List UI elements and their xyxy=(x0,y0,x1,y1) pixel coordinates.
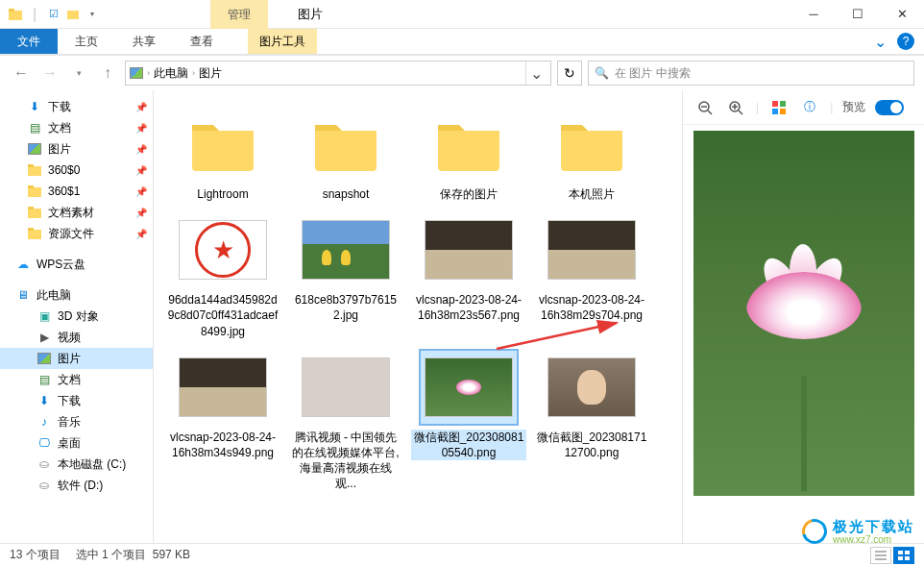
download-icon: ⬇ xyxy=(36,393,52,408)
preview-toggle[interactable] xyxy=(875,100,904,115)
sidebar-item-label: 图片 xyxy=(58,351,81,367)
minimize-button[interactable]: ─ xyxy=(791,0,836,29)
icons-view-button[interactable] xyxy=(893,547,914,564)
file-name: vlcsnap-2023-08-24-16h38m29s704.png xyxy=(534,292,649,323)
svg-rect-25 xyxy=(898,551,903,554)
preview-label: 预览 xyxy=(842,99,865,115)
sidebar-item[interactable]: ♪音乐 xyxy=(0,411,153,432)
checkbox-icon[interactable]: ☑ xyxy=(46,7,61,22)
breadcrumb-current[interactable]: 图片 xyxy=(199,65,222,82)
back-button[interactable]: ← xyxy=(10,62,33,85)
sidebar-item[interactable]: ▤文档📌 xyxy=(0,117,153,138)
svg-rect-27 xyxy=(898,556,903,560)
close-button[interactable]: ✕ xyxy=(880,0,924,29)
search-placeholder: 在 图片 中搜索 xyxy=(615,65,691,82)
sidebar-item[interactable]: ⛀本地磁盘 (C:) xyxy=(0,454,153,475)
file-item[interactable]: 微信截图_20230817112700.png xyxy=(534,351,649,492)
file-item[interactable]: 腾讯视频 - 中国领先的在线视频媒体平台,海量高清视频在线观... xyxy=(288,351,403,492)
breadcrumb-pc[interactable]: 此电脑 xyxy=(154,65,188,82)
sidebar-item[interactable]: 360$1📌 xyxy=(0,181,153,202)
manage-label: 管理 xyxy=(228,7,251,23)
zoom-out-icon[interactable] xyxy=(694,97,716,118)
address-bar[interactable]: › 此电脑 › 图片 ⌄ xyxy=(125,61,551,86)
view-tab[interactable]: 查看 xyxy=(173,29,231,54)
expand-ribbon-icon[interactable]: ⌄ xyxy=(870,32,889,51)
pin-icon: 📌 xyxy=(135,208,147,218)
chevron-right-icon[interactable]: › xyxy=(192,68,195,78)
svg-rect-5 xyxy=(28,187,41,197)
file-item[interactable]: vlcsnap-2023-08-24-16h38m34s949.png xyxy=(165,351,280,492)
up-button[interactable]: ↑ xyxy=(96,62,119,85)
svg-rect-7 xyxy=(28,209,41,218)
sidebar-item[interactable]: ▣3D 对象 xyxy=(0,306,153,327)
folder-icon xyxy=(27,162,42,178)
svg-rect-10 xyxy=(28,228,34,231)
folder-item[interactable]: 保存的图片 xyxy=(411,108,526,202)
item-count: 13 个项目 xyxy=(10,547,61,563)
sidebar-item-label: 下载 xyxy=(58,393,81,409)
pc-icon: 🖥 xyxy=(15,287,31,303)
sidebar-item[interactable]: ⬇下载📌 xyxy=(0,96,153,117)
forward-button[interactable]: → xyxy=(38,62,61,85)
chevron-right-icon[interactable]: › xyxy=(147,68,150,78)
file-name: 本机照片 xyxy=(534,186,649,202)
folder-icon xyxy=(27,226,42,241)
sidebar-thispc[interactable]: 🖥 此电脑 xyxy=(0,284,153,306)
file-name: vlcsnap-2023-08-24-16h38m34s949.png xyxy=(165,430,280,460)
file-name: 微信截图_20230808105540.png xyxy=(411,430,526,460)
picture-tools-tab[interactable]: 图片工具 xyxy=(248,29,317,54)
help-icon[interactable]: ? xyxy=(897,33,914,50)
preview-image xyxy=(683,125,924,543)
file-item[interactable]: 96dda144ad345982d9c8d07c0ff431adcaef8499… xyxy=(165,213,280,339)
refresh-button[interactable]: ↻ xyxy=(557,61,582,86)
file-tab[interactable]: 文件 xyxy=(0,29,58,54)
window-title: 图片 xyxy=(298,6,323,23)
sidebar-item[interactable]: 图片 xyxy=(0,348,153,369)
folder-item[interactable]: 本机照片 xyxy=(534,108,649,202)
folder-icon xyxy=(27,184,42,199)
sidebar-item-label: 文档 xyxy=(48,120,71,136)
search-input[interactable]: 🔍 在 图片 中搜索 xyxy=(588,61,914,86)
address-dropdown-icon[interactable]: ⌄ xyxy=(525,62,547,85)
folder-small-icon[interactable] xyxy=(65,7,81,22)
file-grid[interactable]: Lightroomsnapshot保存的图片本机照片96dda144ad3459… xyxy=(154,90,682,543)
thumbnail xyxy=(175,351,271,424)
folder-item[interactable]: snapshot xyxy=(288,108,403,202)
thumbnail xyxy=(298,108,394,181)
sidebar-item[interactable]: 🖵桌面 xyxy=(0,432,153,454)
sidebar-item[interactable]: ▤文档 xyxy=(0,369,153,390)
svg-rect-1 xyxy=(9,9,14,12)
sidebar-item[interactable]: 文档素材📌 xyxy=(0,202,153,223)
file-item[interactable]: vlcsnap-2023-08-24-16h38m29s704.png xyxy=(534,213,649,339)
file-item[interactable]: vlcsnap-2023-08-24-16h38m23s567.png xyxy=(411,213,526,339)
history-dropdown[interactable]: ▾ xyxy=(67,62,90,85)
thumbnail xyxy=(421,108,517,181)
navigation-pane[interactable]: ⬇下载📌▤文档📌图片📌360$0📌360$1📌文档素材📌资源文件📌 ☁ WPS云… xyxy=(0,90,154,543)
info-icon[interactable]: ⓘ xyxy=(799,97,820,118)
video-icon: ▶ xyxy=(36,330,52,345)
zoom-in-icon[interactable] xyxy=(725,97,746,118)
sidebar-wps[interactable]: ☁ WPS云盘 xyxy=(0,254,153,275)
sidebar-item[interactable]: ⛀软件 (D:) xyxy=(0,475,153,496)
svg-rect-0 xyxy=(9,11,22,20)
sidebar-item[interactable]: 图片📌 xyxy=(0,138,153,160)
sidebar-item[interactable]: ▶视频 xyxy=(0,327,153,348)
details-view-button[interactable] xyxy=(870,547,891,564)
file-item[interactable]: 微信截图_20230808105540.png xyxy=(411,351,526,492)
doc-icon: ▤ xyxy=(36,372,52,387)
sidebar-item[interactable]: 资源文件📌 xyxy=(0,223,153,244)
folder-item[interactable]: Lightroom xyxy=(165,108,280,202)
home-tab[interactable]: 主页 xyxy=(58,29,115,54)
status-bar: 13 个项目 选中 1 个项目 597 KB xyxy=(0,543,924,566)
sidebar-item[interactable]: 360$0📌 xyxy=(0,160,153,181)
apps-icon[interactable] xyxy=(768,97,790,118)
desktop-icon: 🖵 xyxy=(36,435,52,451)
share-tab[interactable]: 共享 xyxy=(115,29,173,54)
ribbon-tabs: 文件 主页 共享 查看 图片工具 ⌄ ? xyxy=(0,29,924,54)
file-item[interactable]: 618ce8b3797b76152.jpg xyxy=(288,213,403,339)
sidebar-item[interactable]: ⬇下载 xyxy=(0,390,153,411)
qat-sep: | xyxy=(27,7,42,22)
thumbnail xyxy=(298,351,394,424)
maximize-button[interactable]: ☐ xyxy=(836,0,880,29)
qat-dropdown-icon[interactable]: ▾ xyxy=(85,7,100,22)
